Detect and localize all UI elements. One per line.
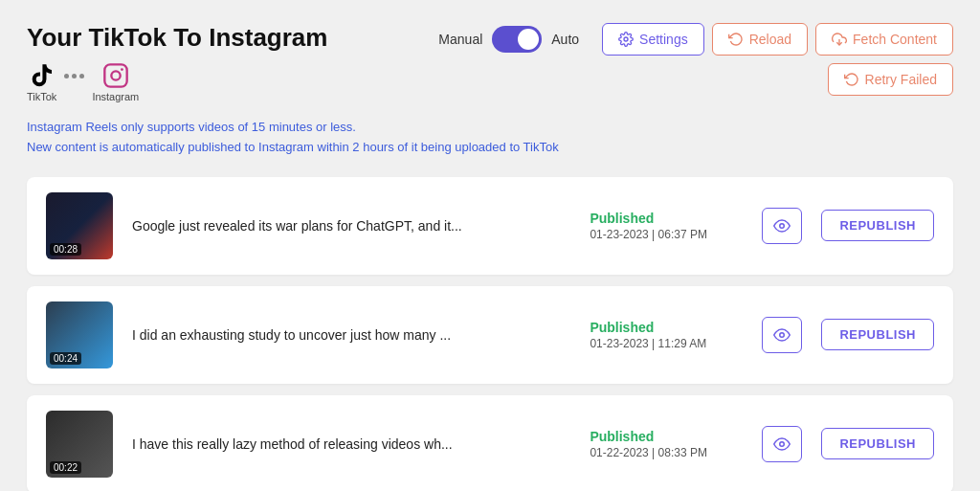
svg-point-6 [780,332,785,337]
dot-1 [64,74,69,78]
status-section-1: Published 01-23-2023 | 06:37 PM [590,211,743,241]
toggle-wrapper: Manual Auto [438,26,579,53]
top-controls: Manual Auto Settings [438,23,953,56]
second-controls: Retry Failed [828,63,953,96]
svg-point-2 [121,68,123,71]
toggle-manual-label: Manual [438,32,482,47]
controls-section: Manual Auto Settings [438,23,953,96]
thumbnail-1: 00:28 [46,192,113,259]
toggle-thumb [518,29,539,50]
retry-failed-button[interactable]: Retry Failed [828,63,953,96]
page-title: Your TikTok To Instagram [27,23,327,53]
reload-icon [728,32,744,47]
dot-2 [72,74,77,78]
toggle-auto-label: Auto [551,32,579,47]
fetch-content-button[interactable]: Fetch Content [815,23,953,56]
dot-3 [79,74,84,78]
status-section-3: Published 01-22-2023 | 08:33 PM [590,429,743,459]
header-row: Your TikTok To Instagram TikTok [27,23,953,102]
duration-3: 00:22 [50,461,81,474]
status-date-1: 01-23-2023 | 06:37 PM [590,228,743,241]
duration-1: 00:28 [50,243,81,256]
view-button-2[interactable] [762,317,802,353]
thumbnail-2: 00:24 [46,301,113,368]
items-list: 00:28 Google just revealed its war plans… [27,177,953,491]
reload-button[interactable]: Reload [712,23,808,56]
eye-icon [773,217,791,234]
info-line-2: New content is automatically published t… [27,138,953,158]
svg-point-1 [111,71,120,79]
card-title-3: I have this really lazy method of releas… [132,436,570,452]
title-section: Your TikTok To Instagram TikTok [27,23,327,102]
view-button-1[interactable] [762,208,802,244]
retry-failed-label: Retry Failed [865,72,937,87]
card-title-2: I did an exhausting study to uncover jus… [132,327,570,343]
republish-button-3[interactable]: REPUBLISH [821,428,934,459]
auto-manual-toggle[interactable] [492,26,542,53]
retry-icon [844,72,859,87]
tiktok-platform: TikTok [27,62,56,102]
svg-point-3 [624,37,628,41]
status-badge-3: Published [590,429,743,444]
svg-rect-0 [104,64,126,86]
list-item: 00:28 Google just revealed its war plans… [27,177,953,275]
platform-icons: TikTok Instagram [27,62,327,102]
settings-label: Settings [639,32,688,47]
eye-icon [773,326,791,344]
info-line-1: Instagram Reels only supports videos of … [27,118,953,138]
thumbnail-3: 00:22 [46,411,113,478]
svg-point-7 [780,441,785,446]
instagram-platform: Instagram [92,62,139,102]
card-title-1: Google just revealed its war plans for C… [132,218,570,234]
list-item: 00:24 I did an exhausting study to uncov… [27,286,953,384]
eye-icon [773,435,791,453]
republish-button-1[interactable]: REPUBLISH [821,210,934,241]
tiktok-label: TikTok [27,91,56,102]
status-date-2: 01-23-2023 | 11:29 AM [590,337,743,350]
gear-icon [618,32,634,47]
instagram-icon [102,62,129,89]
fetch-icon [832,32,847,47]
reload-label: Reload [749,32,791,47]
info-section: Instagram Reels only supports videos of … [27,118,953,158]
duration-2: 00:24 [50,352,81,365]
svg-point-5 [780,223,785,228]
settings-button[interactable]: Settings [602,23,704,56]
instagram-label: Instagram [92,91,139,102]
status-badge-1: Published [590,211,743,226]
platform-separator [60,74,88,92]
page-container: Your TikTok To Instagram TikTok [0,0,980,491]
republish-button-2[interactable]: REPUBLISH [821,319,934,350]
status-section-2: Published 01-23-2023 | 11:29 AM [590,320,743,350]
status-badge-2: Published [590,320,743,335]
view-button-3[interactable] [762,426,802,462]
tiktok-icon [29,62,56,89]
fetch-content-label: Fetch Content [853,32,937,47]
list-item: 00:22 I have this really lazy method of … [27,395,953,491]
status-date-3: 01-22-2023 | 08:33 PM [590,446,743,459]
